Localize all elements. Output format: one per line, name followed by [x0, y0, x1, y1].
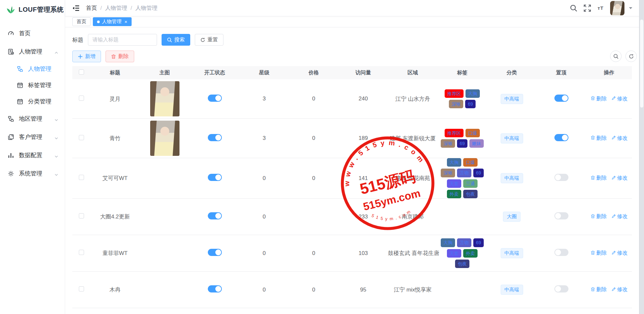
- delete-button[interactable]: 删除: [106, 51, 134, 62]
- pin-toggle[interactable]: [554, 174, 568, 181]
- table-toolbar-right: [610, 51, 637, 62]
- row-select-cell: [72, 213, 91, 220]
- sidebar-item-region-mgmt[interactable]: 地区管理: [0, 110, 65, 128]
- row-visits: 240: [338, 96, 388, 102]
- row-delete-link[interactable]: 删除: [591, 96, 607, 102]
- row-checkbox[interactable]: [79, 213, 84, 218]
- sidebar-item-data-config[interactable]: 数据配置: [0, 146, 65, 164]
- work-status-toggle[interactable]: [208, 95, 222, 102]
- scrollbar-thumb[interactable]: [640, 20, 643, 108]
- table-refresh-button[interactable]: [625, 51, 637, 62]
- pin-toggle[interactable]: [554, 285, 568, 292]
- row-checkbox[interactable]: [79, 286, 84, 292]
- search-icon[interactable]: [570, 5, 577, 12]
- sidebar-item-system-mgmt[interactable]: 系统管理: [0, 164, 65, 183]
- user-menu-caret-icon[interactable]: [629, 7, 632, 9]
- row-edit-link[interactable]: 修改: [611, 175, 628, 182]
- vertical-scrollbar[interactable]: [639, 0, 644, 314]
- table-row: 童菲菲WT 0 0 103 鼓楼玄武 喜年花生唐 大胸舌吻69无套外卖包夜 中高…: [72, 235, 632, 272]
- table-search-button[interactable]: [610, 51, 622, 62]
- breadcrumb-item[interactable]: 首页: [86, 4, 97, 12]
- tag-badge: 无套: [447, 179, 461, 188]
- row-visits: 189: [338, 135, 388, 142]
- work-status-toggle[interactable]: [208, 134, 222, 141]
- sidebar-subitem-label: 分类管理: [28, 97, 51, 105]
- pin-toggle[interactable]: [554, 249, 568, 256]
- row-checkbox[interactable]: [79, 250, 84, 255]
- add-button[interactable]: 新增: [72, 51, 101, 62]
- work-status-toggle[interactable]: [208, 249, 222, 256]
- logo-plant-icon: [6, 5, 16, 14]
- row-tags-cell: [437, 214, 487, 220]
- sidebar-item-home[interactable]: 首页: [0, 24, 65, 42]
- category-badge: 中高端: [501, 94, 523, 104]
- row-delete-link[interactable]: 删除: [591, 250, 607, 257]
- work-status-toggle[interactable]: [208, 285, 222, 292]
- pin-toggle[interactable]: [554, 134, 568, 141]
- row-price: 0: [289, 96, 338, 102]
- row-work-status-cell: [190, 249, 239, 258]
- work-status-toggle[interactable]: [208, 212, 222, 219]
- tag-badge: 大胸: [447, 158, 461, 167]
- tab-close-icon[interactable]: ×: [124, 19, 127, 24]
- tab-首页[interactable]: 首页: [72, 17, 91, 26]
- user-avatar[interactable]: [610, 1, 624, 15]
- title-filter-input[interactable]: [88, 34, 157, 46]
- row-actions: 删除 修改: [586, 250, 632, 257]
- copy-icon: [8, 134, 14, 140]
- collapse-menu-icon[interactable]: [72, 5, 79, 11]
- sidebar-subitem-category-mgmt[interactable]: 分类管理: [0, 93, 65, 110]
- row-checkbox[interactable]: [79, 175, 84, 180]
- tab-人物管理[interactable]: 人物管理 ×: [93, 17, 132, 26]
- breadcrumb-item[interactable]: 人物管理: [135, 4, 157, 12]
- sidebar-item-customer-mgmt[interactable]: 客户管理: [0, 128, 65, 146]
- category-badge: 中高端: [501, 133, 523, 143]
- column-header: 区域: [388, 69, 437, 76]
- sidebar-item-label: 人物管理: [19, 48, 42, 55]
- column-header: 开工状态: [190, 69, 239, 76]
- header-select-cell: [72, 69, 91, 76]
- table-row: 艾可可WT 0 0 141 建邺 莲花南苑 大胸口爆深喉舌吻69无套三通外卖包夜…: [72, 158, 632, 199]
- sidebar-subitem-label: 人物管理: [28, 65, 51, 73]
- breadcrumb-item[interactable]: 人物管理: [105, 4, 127, 12]
- fullscreen-icon[interactable]: [584, 5, 591, 12]
- row-edit-link[interactable]: 修改: [611, 135, 628, 142]
- sidebar: LOUF管理系统 首页 人物管理 人物管理 标签管理 分类管理 地区管理 客户管…: [0, 0, 65, 314]
- row-edit-link[interactable]: 修改: [611, 286, 628, 293]
- row-region: 江宁 山水方舟: [388, 95, 437, 103]
- row-pin-cell: [537, 285, 586, 294]
- row-delete-link[interactable]: 删除: [591, 135, 607, 142]
- row-edit-link[interactable]: 修改: [611, 96, 628, 102]
- row-delete-link[interactable]: 删除: [591, 175, 607, 182]
- row-edit-link[interactable]: 修改: [611, 250, 628, 257]
- row-edit-link[interactable]: 修改: [611, 213, 628, 220]
- calendar-icon: [17, 98, 23, 105]
- select-all-checkbox[interactable]: [79, 69, 84, 75]
- sidebar-item-person-mgmt[interactable]: 人物管理: [0, 42, 65, 61]
- sidebar-subitem-tag-mgmt[interactable]: 标签管理: [0, 77, 65, 93]
- tab-bar: 首页 人物管理 ×: [65, 16, 644, 27]
- column-header: 价格: [289, 69, 338, 76]
- row-delete-link[interactable]: 删除: [591, 286, 607, 293]
- tag-badge: 舌吻: [457, 169, 471, 177]
- font-size-icon[interactable]: тT: [597, 5, 604, 11]
- row-region: 建邺 莲花南苑: [388, 174, 437, 182]
- pin-toggle[interactable]: [554, 212, 568, 219]
- trash-icon: [591, 287, 595, 293]
- pin-toggle[interactable]: [554, 95, 568, 102]
- row-photo[interactable]: [150, 121, 179, 156]
- row-tags-cell: 大胸舌吻69无套外卖包夜: [437, 238, 487, 268]
- row-checkbox[interactable]: [79, 96, 84, 101]
- search-button[interactable]: 搜索: [162, 34, 190, 46]
- row-select-cell: [72, 135, 91, 142]
- row-visits: 233: [338, 214, 388, 220]
- work-status-toggle[interactable]: [208, 174, 222, 181]
- reset-button[interactable]: 重置: [195, 34, 223, 46]
- tag-badge: 深喉: [441, 139, 455, 148]
- trash-icon: [591, 135, 595, 141]
- row-delete-link[interactable]: 删除: [591, 213, 607, 220]
- table-row: 灵月 3 0 240 江宁 山水方舟 推荐区大胸深喉69 中高端 删除 修改: [72, 79, 632, 119]
- row-checkbox[interactable]: [79, 135, 84, 140]
- row-photo[interactable]: [150, 81, 179, 116]
- sidebar-subitem-person-mgmt[interactable]: 人物管理: [0, 61, 65, 77]
